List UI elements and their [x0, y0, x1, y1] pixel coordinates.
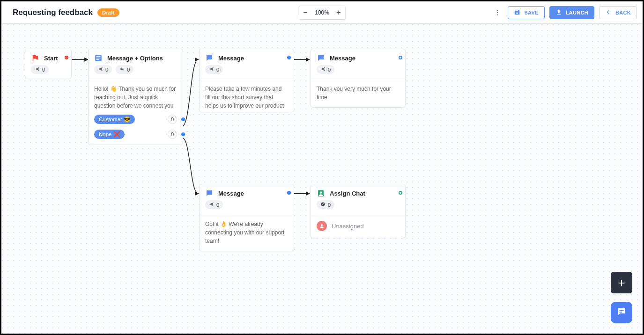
reply-icon	[119, 66, 125, 73]
node-title: Message	[218, 55, 244, 62]
send-icon	[209, 66, 214, 73]
stat-reply: 0	[116, 65, 133, 74]
agent-icon	[317, 189, 325, 197]
stat-assigned: 0	[317, 200, 334, 209]
stat-sent: 0	[94, 65, 112, 74]
output-port[interactable]	[399, 191, 402, 195]
stat-sent-value: 0	[328, 67, 331, 73]
assignee-label: Unassigned	[332, 223, 364, 230]
svg-point-10	[321, 224, 323, 226]
flag-icon	[31, 54, 39, 62]
output-port[interactable]	[287, 56, 291, 59]
add-node-button[interactable]: +	[611, 272, 632, 293]
svg-rect-5	[96, 58, 101, 58]
plus-icon: +	[618, 276, 625, 290]
send-icon	[209, 202, 214, 208]
stat-reply-value: 0	[127, 67, 130, 73]
node-message-thanks[interactable]: Message 0 Thank you very much for your t…	[311, 49, 406, 108]
svg-rect-6	[96, 59, 99, 60]
send-icon	[98, 66, 103, 73]
message-icon	[317, 54, 325, 62]
option-chip-nope: Nope ❌	[94, 130, 125, 139]
message-icon	[205, 54, 214, 62]
stat-sent: 0	[317, 65, 334, 74]
node-start[interactable]: Start 0	[25, 49, 72, 79]
option-count: 0	[168, 130, 177, 139]
form-icon	[94, 54, 103, 62]
output-port[interactable]	[181, 117, 185, 121]
header-left: Requesting feedback Draft	[13, 8, 119, 17]
status-badge: Draft	[97, 8, 119, 17]
zoom-control: − 100% +	[298, 6, 346, 20]
zoom-value: 100%	[312, 9, 332, 16]
send-icon	[320, 66, 326, 73]
back-label: BACK	[615, 10, 631, 15]
node-title: Assign Chat	[330, 190, 365, 197]
flow-canvas[interactable]: Start 0 Message + Options 0 0	[1, 24, 643, 334]
output-port[interactable]	[399, 56, 402, 59]
zoom-out-button[interactable]: −	[299, 6, 312, 19]
node-message-gotit[interactable]: Message 0 Got it 👌 We're already connect…	[199, 184, 294, 251]
save-icon	[514, 9, 520, 16]
node-body: Got it 👌 We're already connecting you wi…	[200, 214, 294, 251]
stat-sent-value: 0	[216, 202, 219, 208]
output-port[interactable]	[181, 132, 185, 136]
svg-point-2	[497, 14, 498, 15]
stat-assigned-value: 0	[328, 202, 331, 208]
option-count: 0	[168, 115, 177, 124]
stat-sent-value: 0	[42, 67, 45, 73]
launch-label: LAUNCH	[566, 10, 588, 15]
node-assign-chat[interactable]: Assign Chat 0 Unassigned	[311, 184, 406, 238]
node-title: Message	[218, 190, 244, 197]
zoom-in-button[interactable]: +	[332, 6, 345, 19]
option-row-customer[interactable]: Customer 😎 0	[89, 112, 183, 127]
node-title: Start	[44, 55, 58, 62]
assignee-row[interactable]: Unassigned	[311, 214, 405, 238]
chat-widget-button[interactable]	[611, 302, 632, 323]
node-message-options[interactable]: Message + Options 0 0 Hello! 👋 Thank you…	[88, 49, 183, 145]
svg-point-1	[497, 12, 498, 13]
chevron-left-icon	[605, 9, 612, 16]
svg-rect-4	[96, 56, 101, 57]
stat-sent: 0	[205, 200, 223, 209]
check-circle-icon	[320, 202, 326, 208]
output-port[interactable]	[65, 56, 68, 59]
stat-sent: 0	[31, 65, 49, 74]
node-message-survey[interactable]: Message 0 Please take a few minutes and …	[199, 49, 294, 112]
stat-sent: 0	[205, 65, 223, 74]
node-body: Please take a few minutes and fill out t…	[200, 79, 294, 112]
svg-point-8	[320, 191, 322, 194]
editor-header: Requesting feedback Draft − 100% + SAVE …	[1, 1, 643, 24]
send-icon	[35, 66, 40, 73]
save-button[interactable]: SAVE	[508, 6, 544, 19]
flow-title: Requesting feedback	[13, 8, 93, 17]
save-label: SAVE	[524, 10, 538, 15]
node-title: Message	[330, 55, 355, 62]
unassigned-icon	[317, 221, 327, 231]
stat-sent-value: 0	[216, 67, 219, 73]
svg-rect-11	[619, 310, 623, 311]
more-options-menu[interactable]	[492, 7, 503, 18]
launch-button[interactable]: LAUNCH	[549, 6, 594, 19]
header-right: SAVE LAUNCH BACK	[492, 6, 637, 19]
stat-sent-value: 0	[105, 67, 108, 73]
launch-icon	[555, 9, 562, 16]
back-button[interactable]: BACK	[599, 6, 637, 19]
node-body: Hello! 👋 Thank you so much for reaching …	[89, 79, 183, 112]
node-body: Thank you very much for your time	[311, 79, 405, 107]
message-icon	[205, 189, 214, 197]
svg-point-0	[497, 10, 498, 11]
svg-rect-12	[619, 312, 622, 313]
option-chip-customer: Customer 😎	[94, 115, 135, 124]
output-port[interactable]	[287, 191, 291, 195]
chat-icon	[616, 306, 627, 319]
node-title: Message + Options	[107, 55, 163, 62]
option-row-nope[interactable]: Nope ❌ 0	[89, 127, 183, 145]
